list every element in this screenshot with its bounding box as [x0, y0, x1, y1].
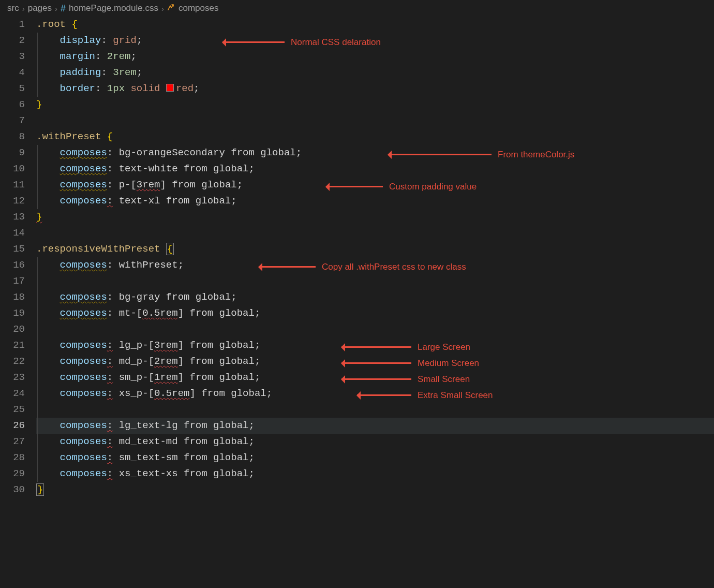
- line-number[interactable]: 25: [0, 402, 25, 418]
- line-number[interactable]: 26: [0, 418, 25, 434]
- line-number[interactable]: 6: [0, 97, 25, 113]
- code-line[interactable]: [36, 225, 714, 241]
- code-token: composes: [60, 388, 107, 399]
- code-line[interactable]: composes: withPreset;: [36, 257, 714, 273]
- code-line[interactable]: [36, 113, 714, 129]
- code-line[interactable]: }: [36, 97, 714, 113]
- code-token: rem: [119, 67, 137, 78]
- line-number[interactable]: 18: [0, 289, 25, 305]
- line-number[interactable]: 28: [0, 450, 25, 466]
- code-token: ] from global: [178, 372, 255, 383]
- line-number[interactable]: 5: [0, 81, 25, 97]
- code-line[interactable]: padding: 3rem;: [36, 65, 714, 81]
- code-token: ;: [248, 468, 254, 479]
- line-number[interactable]: 14: [0, 225, 25, 241]
- line-number[interactable]: 4: [0, 65, 25, 81]
- code-token: text-xl from global: [113, 195, 231, 207]
- code-token: xs_text-xs from global: [113, 468, 248, 479]
- line-number[interactable]: 29: [0, 466, 25, 482]
- breadcrumb-file[interactable]: homePage.module.css: [69, 3, 158, 13]
- code-token: :: [107, 259, 119, 271]
- code-line[interactable]: composes: p-[3rem] from global;: [36, 177, 714, 193]
- code-line[interactable]: [36, 321, 714, 337]
- code-line[interactable]: composes: text-white from global;: [36, 161, 714, 177]
- code-token: sm_text-sm from global: [113, 452, 248, 463]
- line-number-gutter[interactable]: 1234567891011121314151617181920212223242…: [0, 17, 36, 498]
- code-token: ;: [266, 388, 272, 399]
- line-number[interactable]: 8: [0, 129, 25, 145]
- code-token: ;: [137, 35, 142, 46]
- code-line[interactable]: composes: bg-orangeSecondary from global…: [36, 145, 714, 161]
- line-number[interactable]: 13: [0, 209, 25, 225]
- code-line[interactable]: margin: 2rem;: [36, 49, 714, 65]
- line-number[interactable]: 10: [0, 161, 25, 177]
- line-number[interactable]: 16: [0, 257, 25, 273]
- code-line[interactable]: composes: sm_text-sm from global;: [36, 450, 714, 466]
- code-token: md_p-[: [113, 356, 154, 367]
- line-number[interactable]: 21: [0, 337, 25, 354]
- code-token: red: [176, 83, 194, 94]
- code-line[interactable]: composes: lg_p-[3rem] from global;: [36, 337, 714, 354]
- code-token: md_text-md from global: [113, 436, 248, 447]
- code-line[interactable]: [36, 402, 714, 418]
- code-token: ] from global: [189, 388, 266, 399]
- line-number[interactable]: 19: [0, 305, 25, 321]
- code-line[interactable]: [36, 273, 714, 289]
- code-line[interactable]: composes: lg_text-lg from global;: [36, 418, 714, 434]
- code-line[interactable]: composes: text-xl from global;: [36, 193, 714, 209]
- code-line[interactable]: composes: sm_p-[1rem] from global;: [36, 370, 714, 386]
- breadcrumb-symbol[interactable]: composes: [178, 3, 218, 13]
- code-token: 0.5rem: [142, 307, 177, 319]
- code-line[interactable]: }: [36, 482, 714, 498]
- line-number[interactable]: 23: [0, 370, 25, 386]
- chevron-right-icon: ›: [22, 4, 25, 13]
- code-token: :: [107, 147, 119, 158]
- code-line[interactable]: composes: mt-[0.5rem] from global;: [36, 305, 714, 321]
- code-line[interactable]: composes: bg-gray from global;: [36, 289, 714, 305]
- color-swatch-icon[interactable]: [166, 84, 174, 92]
- line-number[interactable]: 7: [0, 113, 25, 129]
- code-token: ;: [231, 291, 236, 303]
- line-number[interactable]: 2: [0, 33, 25, 49]
- code-line[interactable]: border: 1px solid red;: [36, 81, 714, 97]
- chevron-right-icon: ›: [161, 4, 164, 13]
- line-number[interactable]: 22: [0, 354, 25, 370]
- code-token: {: [71, 19, 77, 30]
- line-number[interactable]: 3: [0, 49, 25, 65]
- line-number[interactable]: 9: [0, 145, 25, 161]
- code-editor[interactable]: 1234567891011121314151617181920212223242…: [0, 17, 714, 498]
- code-token: :: [107, 163, 119, 174]
- code-line[interactable]: composes: md_text-md from global;: [36, 434, 714, 450]
- breadcrumb-folder[interactable]: pages: [28, 3, 52, 13]
- breadcrumb[interactable]: src › pages › # homePage.module.css › co…: [0, 0, 714, 17]
- code-token: 1rem: [154, 372, 178, 383]
- code-line[interactable]: }: [36, 209, 714, 225]
- line-number[interactable]: 1: [0, 17, 25, 33]
- code-line[interactable]: display: grid;: [36, 33, 714, 49]
- code-token: :: [107, 179, 119, 190]
- code-token: composes: [60, 372, 107, 383]
- code-token: }: [36, 483, 44, 496]
- code-line[interactable]: composes: xs_p-[0.5rem] from global;: [36, 386, 714, 402]
- breadcrumb-folder[interactable]: src: [7, 3, 19, 13]
- code-line[interactable]: .withPreset {: [36, 129, 714, 145]
- line-number[interactable]: 17: [0, 273, 25, 289]
- line-number[interactable]: 24: [0, 386, 25, 402]
- line-number[interactable]: 20: [0, 321, 25, 337]
- code-line[interactable]: .responsiveWithPreset {: [36, 241, 714, 257]
- line-number[interactable]: 15: [0, 241, 25, 257]
- code-line[interactable]: .root {: [36, 17, 714, 33]
- code-token: :: [107, 356, 113, 367]
- code-token: 1: [107, 83, 113, 94]
- line-number[interactable]: 12: [0, 193, 25, 209]
- line-number[interactable]: 27: [0, 434, 25, 450]
- code-line[interactable]: composes: xs_text-xs from global;: [36, 466, 714, 482]
- code-token: composes: [60, 147, 107, 158]
- code-token: bg-gray from global: [119, 291, 231, 303]
- line-number[interactable]: 30: [0, 482, 25, 498]
- code-token: withPreset: [119, 259, 178, 271]
- line-number[interactable]: 11: [0, 177, 25, 193]
- code-area[interactable]: .root { display: grid; margin: 2rem; pad…: [36, 17, 714, 498]
- code-line[interactable]: composes: md_p-[2rem] from global;: [36, 354, 714, 370]
- code-token: bg-orangeSecondary from global: [119, 147, 296, 158]
